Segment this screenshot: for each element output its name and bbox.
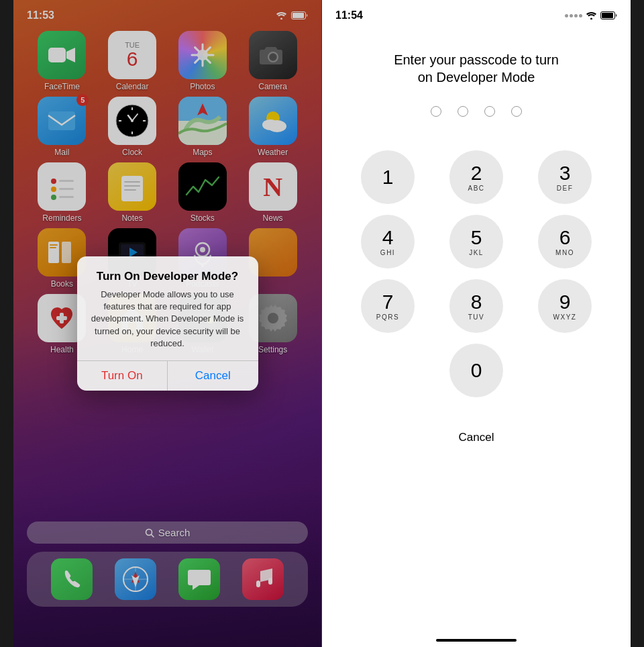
passcode-dot-4 [511,106,522,117]
battery-icon-right [600,11,617,19]
dot3 [574,14,578,17]
dialog-cancel-button[interactable]: Cancel [168,361,258,391]
dialog-title: Turn On Developer Mode? [88,270,248,283]
passcode-content: Enter your passcode to turn on Developer… [322,24,631,627]
dialog-overlay: Turn On Developer Mode? Developer Mode a… [13,0,321,647]
developer-mode-dialog: Turn On Developer Mode? Developer Mode a… [77,256,258,391]
svg-rect-60 [602,13,613,18]
numpad-6[interactable]: 6 MNO [538,215,592,268]
time-right: 11:54 [335,9,363,21]
numpad-empty-right [526,344,604,397]
passcode-cancel-button[interactable]: Cancel [452,424,501,451]
dot2 [570,14,573,17]
status-icons-right [565,11,617,19]
numpad: 1 2 ABC 3 DEF 4 GHI 5 JKL 6 MNO [322,150,631,397]
numpad-1[interactable]: 1 [361,150,415,204]
passcode-dot-3 [484,106,495,117]
numpad-5[interactable]: 5 JKL [449,215,503,268]
dialog-message: Developer Mode allows you to use feature… [88,289,248,350]
dialog-buttons: Turn On Cancel [77,360,258,391]
dot1 [565,14,568,17]
passcode-dot-2 [458,106,468,117]
numpad-4[interactable]: 4 GHI [361,215,415,268]
signal-dots [565,14,582,17]
numpad-9[interactable]: 9 WXYZ [538,279,592,333]
numpad-0[interactable]: 0 [449,344,503,397]
passcode-title: Enter your passcode to turn on Developer… [389,51,564,86]
numpad-empty-left [349,344,427,397]
passcode-dots [431,106,522,117]
status-bar-right: 11:54 [322,0,631,24]
wifi-icon-right [586,11,597,19]
svg-point-58 [590,18,592,20]
home-bar [436,639,517,642]
turn-on-button[interactable]: Turn On [77,361,168,391]
numpad-8[interactable]: 8 TUV [449,279,503,333]
dot4 [579,14,582,17]
right-phone: 11:54 Enter your passcode to turn on Dev… [322,0,631,647]
home-indicator-right [322,627,631,647]
numpad-2[interactable]: 2 ABC [449,150,503,204]
left-phone: 11:53 FaceTime [13,0,322,647]
passcode-dot-1 [431,106,441,117]
dialog-content: Turn On Developer Mode? Developer Mode a… [77,256,258,360]
numpad-3[interactable]: 3 DEF [538,150,592,204]
numpad-7[interactable]: 7 PQRS [361,279,415,333]
